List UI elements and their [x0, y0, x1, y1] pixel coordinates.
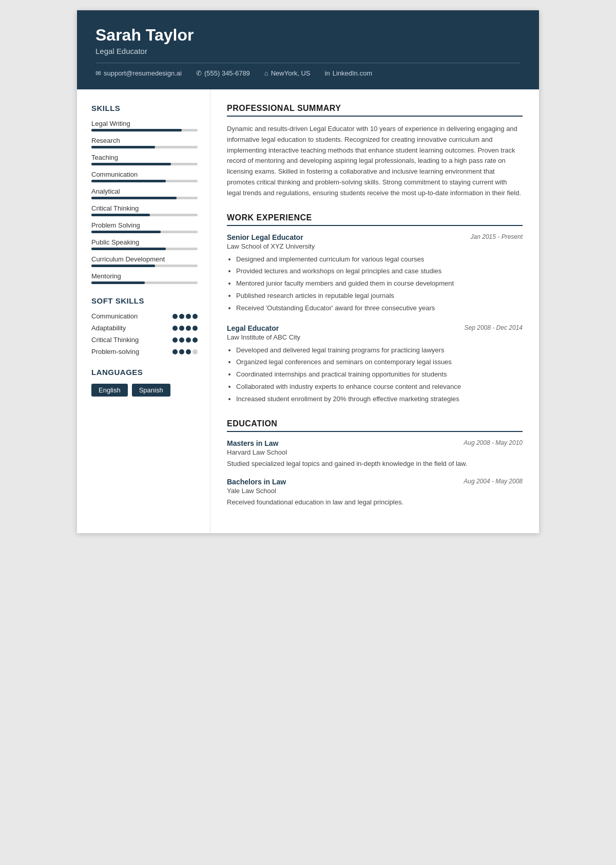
phone-icon: ✆	[196, 69, 202, 77]
edu-header: Bachelors in Law Aug 2004 - May 2008	[227, 478, 523, 486]
skill-name: Public Speaking	[91, 238, 198, 246]
skill-bar-bg	[91, 146, 198, 148]
soft-skill-item: Communication	[91, 312, 198, 320]
skill-bar-bg	[91, 231, 198, 233]
main-content: PROFESSIONAL SUMMARY Dynamic and results…	[210, 89, 539, 533]
edu-school: Harvard Law School	[227, 448, 523, 456]
edu-desc: Studied specialized legal topics and gai…	[227, 459, 523, 469]
skill-name: Communication	[91, 171, 198, 178]
dot-filled	[192, 337, 198, 343]
experience-section-title: WORK EXPERIENCE	[227, 213, 523, 226]
skill-item: Teaching	[91, 154, 198, 165]
summary-text: Dynamic and results-driven Legal Educato…	[227, 124, 523, 199]
location-icon: ⌂	[264, 69, 268, 77]
skill-bar-bg	[91, 197, 198, 199]
skill-bar-fill	[91, 163, 171, 165]
language-tag: English	[91, 384, 128, 397]
dot-filled	[172, 314, 178, 319]
job-date: Sep 2008 - Dec 2014	[465, 324, 523, 331]
skill-item: Public Speaking	[91, 238, 198, 250]
soft-skill-name: Communication	[91, 312, 138, 320]
bullet-item: Published research articles in reputable…	[236, 291, 523, 302]
skill-name: Curriculum Development	[91, 255, 198, 263]
dot-filled	[172, 326, 178, 331]
skill-bar-fill	[91, 146, 155, 148]
skill-bar-fill	[91, 265, 155, 267]
skill-item: Communication	[91, 171, 198, 182]
skill-bar-bg	[91, 248, 198, 250]
skill-bar-fill	[91, 281, 145, 284]
linkedin-contact: in LinkedIn.com	[325, 69, 372, 77]
job-date: Jan 2015 - Present	[471, 233, 523, 240]
edu-header: Masters in Law Aug 2008 - May 2010	[227, 439, 523, 447]
bullet-item: Mentored junior faculty members and guid…	[236, 278, 523, 289]
skill-bar-bg	[91, 180, 198, 182]
bullet-item: Provided lectures and workshops on legal…	[236, 266, 523, 277]
skill-item: Curriculum Development	[91, 255, 198, 267]
sidebar: SKILLS Legal Writing Research Teaching C…	[77, 89, 210, 533]
dot-filled	[192, 314, 198, 319]
skill-item: Legal Writing	[91, 120, 198, 131]
phone-contact: ✆ (555) 345-6789	[196, 69, 250, 77]
skill-bar-fill	[91, 180, 166, 182]
dot-filled	[172, 349, 178, 354]
candidate-title: Legal Educator	[95, 47, 521, 55]
skill-bar-fill	[91, 197, 177, 199]
edu-date: Aug 2004 - May 2008	[464, 478, 523, 485]
skill-item: Mentoring	[91, 272, 198, 284]
contact-bar: ✉ support@resumedesign.ai ✆ (555) 345-67…	[95, 69, 521, 77]
edu-date: Aug 2008 - May 2010	[464, 439, 523, 446]
bullet-item: Designed and implemented curriculum for …	[236, 254, 523, 265]
job-header: Senior Legal Educator Jan 2015 - Present	[227, 233, 523, 241]
skill-item: Analytical	[91, 187, 198, 199]
job-title: Senior Legal Educator	[227, 233, 303, 241]
edu-degree: Masters in Law	[227, 439, 278, 447]
skill-bar-fill	[91, 248, 166, 250]
education-section-title: EDUCATION	[227, 419, 523, 432]
resume-body: SKILLS Legal Writing Research Teaching C…	[77, 89, 539, 533]
soft-skills-section-title: SOFT SKILLS	[91, 296, 198, 305]
soft-skill-item: Problem-solving	[91, 348, 198, 355]
job-company: Law Institute of ABC City	[227, 333, 523, 341]
education-item: Bachelors in Law Aug 2004 - May 2008 Yal…	[227, 478, 523, 507]
skill-name: Teaching	[91, 154, 198, 161]
bullet-item: Coordinated internships and practical tr…	[236, 369, 523, 380]
job-title: Legal Educator	[227, 324, 279, 332]
skill-name: Legal Writing	[91, 120, 198, 127]
skill-bar-bg	[91, 129, 198, 131]
jobs-list: Senior Legal Educator Jan 2015 - Present…	[227, 233, 523, 405]
resume-header: Sarah Taylor Legal Educator ✉ support@re…	[77, 10, 539, 89]
dot-empty	[192, 349, 198, 354]
skill-name: Analytical	[91, 187, 198, 195]
bullet-item: Organized legal conferences and seminars…	[236, 357, 523, 368]
soft-skill-name: Adaptability	[91, 324, 126, 332]
dot-filled	[186, 314, 191, 319]
candidate-name: Sarah Taylor	[95, 26, 521, 45]
edu-degree: Bachelors in Law	[227, 478, 286, 486]
languages-section-title: LANGUAGES	[91, 368, 198, 377]
summary-section-title: PROFESSIONAL SUMMARY	[227, 104, 523, 117]
edu-desc: Received foundational education in law a…	[227, 497, 523, 507]
email-icon: ✉	[95, 69, 101, 77]
dot-filled	[179, 337, 184, 343]
soft-skill-item: Adaptability	[91, 324, 198, 332]
dots	[172, 337, 198, 343]
job-bullets: Designed and implemented curriculum for …	[227, 254, 523, 314]
education-item: Masters in Law Aug 2008 - May 2010 Harva…	[227, 439, 523, 469]
dot-filled	[192, 326, 198, 331]
job-item: Legal Educator Sep 2008 - Dec 2014 Law I…	[227, 324, 523, 405]
skill-name: Research	[91, 137, 198, 144]
location-contact: ⌂ NewYork, US	[264, 69, 311, 77]
bullet-item: Developed and delivered legal training p…	[236, 345, 523, 356]
education-list: Masters in Law Aug 2008 - May 2010 Harva…	[227, 439, 523, 507]
skill-bar-fill	[91, 231, 161, 233]
skill-bar-bg	[91, 265, 198, 267]
job-header: Legal Educator Sep 2008 - Dec 2014	[227, 324, 523, 332]
bullet-item: Collaborated with industry experts to en…	[236, 382, 523, 392]
soft-skill-item: Critical Thinking	[91, 336, 198, 344]
bullet-item: Increased student enrollment by 20% thro…	[236, 394, 523, 405]
dot-filled	[179, 349, 184, 354]
soft-skills-list: Communication Adaptability Critical Thin…	[91, 312, 198, 355]
skill-bar-fill	[91, 129, 182, 131]
dot-filled	[186, 349, 191, 354]
